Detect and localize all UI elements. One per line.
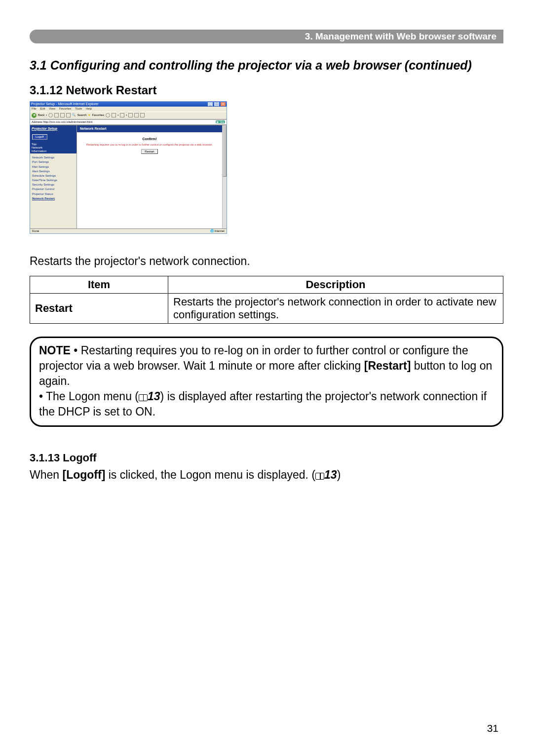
address-url[interactable]: http://xxx.xxx.xxx.x/admin/restart.html: [43, 120, 93, 123]
sidebar-item-mail-settings[interactable]: Mail Settings: [32, 165, 75, 169]
menu-favorites[interactable]: Favorites: [59, 107, 72, 110]
table-cell-description: Restarts the projector's network connect…: [168, 294, 503, 324]
internet-icon: 🌐: [210, 229, 214, 233]
table-cell-item: Restart: [30, 294, 168, 324]
sidebar-item-projector-status[interactable]: Projector Status: [32, 192, 75, 196]
logoff-text-a: When: [30, 468, 62, 481]
section-title: 3.1 Configuring and controlling the proj…: [30, 58, 503, 73]
logoff-text-b: is clicked, the Logon menu is displayed.…: [105, 468, 315, 481]
forward-icon[interactable]: [48, 113, 53, 117]
table-header-description: Description: [168, 276, 503, 294]
toolbar-sep-3: •: [126, 113, 127, 117]
logoff-ref: 13: [324, 468, 337, 481]
menu-file[interactable]: File: [32, 107, 37, 110]
menu-help[interactable]: Help: [86, 107, 92, 110]
sidebar-network-label[interactable]: Network: [32, 146, 75, 150]
sidebar-item-projector-control[interactable]: Projector Control: [32, 188, 75, 191]
table-row: Restart Restarts the projector's network…: [30, 294, 503, 324]
restart-button[interactable]: Restart: [141, 149, 157, 154]
toolbar-sep: •: [46, 113, 47, 117]
sidebar-top-label: Top:: [32, 143, 75, 146]
logoff-text-c: ): [337, 468, 341, 481]
edit-icon[interactable]: [134, 113, 139, 117]
ie-toolbar: ◄ Back • 🔍 Search ★ Favorites • •: [30, 112, 227, 119]
ie-status-bar: Done 🌐Internet: [30, 228, 227, 233]
sidebar-top-section: Top: Network Information: [30, 142, 76, 153]
book-icon: [139, 394, 148, 401]
menu-tools[interactable]: Tools: [75, 107, 82, 110]
ie-content: Projector Setup Logoff Top: Network Info…: [30, 125, 227, 228]
address-label: Address: [32, 120, 42, 123]
sidebar-logoff-button[interactable]: Logoff: [32, 134, 47, 140]
ie-window-title: Projector Setup - Microsoft Internet Exp…: [31, 102, 99, 106]
item-description-table: Item Description Restart Restarts the pr…: [30, 276, 503, 324]
chapter-header-bar: 3. Management with Web browser software: [30, 30, 503, 43]
close-icon[interactable]: ×: [221, 102, 226, 106]
discuss-icon[interactable]: [140, 113, 145, 117]
note-ref-1: 13: [148, 390, 160, 403]
note-label: NOTE: [39, 344, 71, 357]
confirm-heading: Confirm!: [80, 137, 219, 141]
search-label[interactable]: Search: [77, 113, 86, 117]
page-number: 31: [487, 722, 498, 734]
subsection-3-1-12-heading: 3.1.12 Network Restart: [30, 83, 503, 97]
scrollbar-thumb[interactable]: [223, 125, 227, 177]
ie-scrollbar[interactable]: [222, 125, 227, 228]
toolbar-sep-2: •: [117, 113, 118, 117]
go-button[interactable]: ▶ Go: [216, 120, 225, 123]
back-label[interactable]: Back: [38, 113, 44, 117]
refresh-icon[interactable]: [60, 113, 65, 117]
history-icon[interactable]: [112, 113, 116, 117]
print-icon[interactable]: [128, 113, 133, 117]
back-icon[interactable]: ◄: [32, 113, 37, 118]
book-icon: [315, 473, 324, 480]
logoff-description: When [Logoff] is clicked, the Logon menu…: [30, 467, 503, 483]
ie-sidebar: Projector Setup Logoff Top: Network Info…: [30, 125, 77, 228]
ie-screenshot: Projector Setup - Microsoft Internet Exp…: [30, 101, 227, 234]
media-icon[interactable]: [106, 113, 110, 117]
sidebar-item-security-settings[interactable]: Security Settings: [32, 183, 75, 187]
ie-main-header: Network Restart: [77, 125, 222, 132]
status-done: Done: [32, 229, 39, 233]
note-restart-bold: [Restart]: [364, 359, 411, 372]
favorites-icon[interactable]: ★: [88, 113, 90, 117]
sidebar-items: Network Settings Port Settings Mail Sett…: [30, 153, 76, 203]
ie-titlebar: Projector Setup - Microsoft Internet Exp…: [30, 102, 227, 107]
maximize-icon[interactable]: □: [214, 102, 219, 106]
sidebar-item-network-settings[interactable]: Network Settings: [32, 156, 75, 159]
sidebar-title: Projector Setup: [30, 125, 76, 132]
restarts-description: Restarts the projector's network connect…: [30, 254, 503, 269]
subsection-3-1-13-heading: 3.1.13 Logoff: [30, 452, 503, 464]
ie-main: Network Restart Confirm! Restarting requ…: [77, 125, 222, 228]
ie-window-controls: _ □ ×: [207, 102, 226, 106]
menu-edit[interactable]: Edit: [40, 107, 45, 110]
table-header-item: Item: [30, 276, 168, 294]
sidebar-item-port-settings[interactable]: Port Settings: [32, 160, 75, 164]
ie-address-bar: Address http://xxx.xxx.xxx.x/admin/resta…: [30, 119, 227, 125]
logoff-bold: [Logoff]: [62, 468, 105, 481]
home-icon[interactable]: [66, 113, 71, 117]
mail-icon[interactable]: [120, 113, 124, 117]
sidebar-information-label[interactable]: Information: [32, 150, 75, 153]
sidebar-item-network-restart[interactable]: Network Restart: [32, 197, 75, 200]
ie-main-body: Confirm! Restarting requires you to re-l…: [77, 132, 222, 228]
favorites-label[interactable]: Favorites: [92, 113, 104, 117]
note-box: NOTE • Restarting requires you to re-log…: [30, 337, 503, 427]
stop-icon[interactable]: [54, 113, 59, 117]
menu-view[interactable]: View: [49, 107, 55, 110]
note-text-2a: • The Logon menu (: [39, 390, 139, 403]
ie-menu-bar: File Edit View Favorites Tools Help: [30, 107, 227, 111]
sidebar-item-alert-settings[interactable]: Alert Settings: [32, 170, 75, 173]
chapter-header-text: 3. Management with Web browser software: [305, 31, 496, 42]
search-icon[interactable]: 🔍: [72, 113, 76, 117]
minimize-icon[interactable]: _: [208, 102, 213, 106]
status-internet: Internet: [215, 229, 225, 233]
sidebar-item-datetime-settings[interactable]: Date/Time Settings: [32, 179, 75, 182]
confirm-text: Restarting requires you to re-log in in …: [80, 143, 219, 147]
sidebar-item-schedule-settings[interactable]: Schedule Settings: [32, 174, 75, 178]
